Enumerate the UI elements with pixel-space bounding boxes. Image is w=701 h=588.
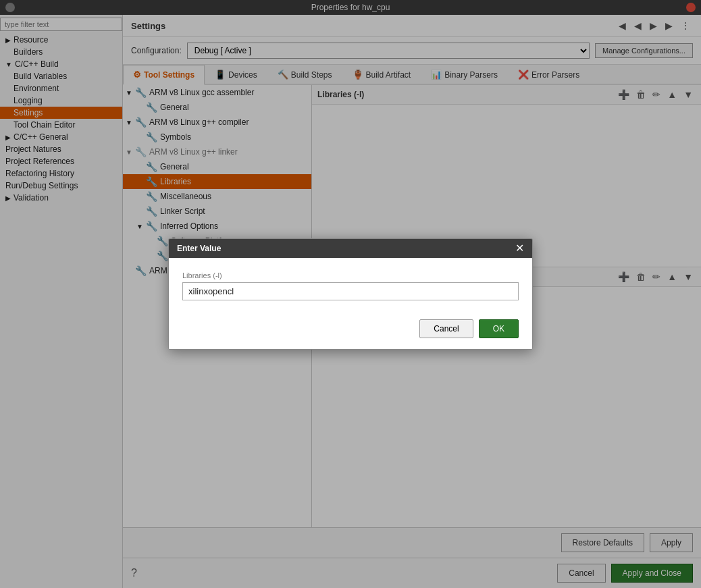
enter-value-dialog: Enter Value ✕ Libraries (-l) Cancel OK xyxy=(168,238,533,350)
dialog-overlay: Enter Value ✕ Libraries (-l) Cancel OK xyxy=(0,0,701,588)
dialog-close-button[interactable]: ✕ xyxy=(515,243,524,254)
dialog-cancel-button[interactable]: Cancel xyxy=(419,319,473,338)
dialog-input[interactable] xyxy=(182,282,519,300)
dialog-title: Enter Value xyxy=(177,244,221,253)
dialog-ok-button[interactable]: OK xyxy=(479,319,519,338)
dialog-field-label: Libraries (-l) xyxy=(182,271,519,279)
dialog-buttons: Cancel OK xyxy=(169,311,532,349)
dialog-body: Libraries (-l) xyxy=(169,258,532,311)
dialog-title-bar: Enter Value ✕ xyxy=(169,239,532,258)
